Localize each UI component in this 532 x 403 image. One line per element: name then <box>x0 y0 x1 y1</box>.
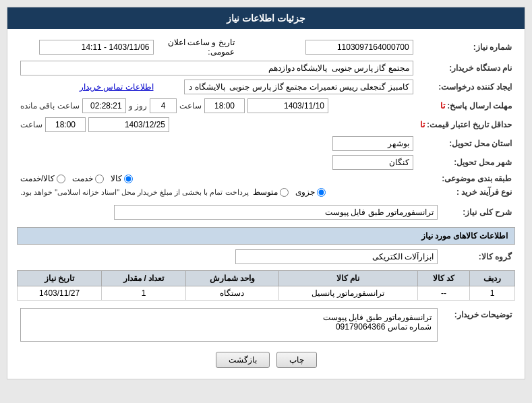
group-input[interactable] <box>235 249 438 264</box>
tabaqe-kala-radio[interactable] <box>124 175 133 183</box>
cell-count: 1 <box>102 286 186 301</box>
ostan-value <box>17 134 417 153</box>
group-label: گروه کالا: <box>441 247 515 266</box>
cell-unit: دستگاه <box>186 286 279 301</box>
ijad-konande-input[interactable] <box>184 80 413 94</box>
ostan-input[interactable] <box>332 136 413 151</box>
page-container: جزئیات اطلاعات نیاز شماره نیاز: تاریخ و … <box>7 7 525 379</box>
nam-dastgah-input[interactable] <box>20 61 413 75</box>
shomare-niaz-value <box>238 36 417 59</box>
shahr-label: شهر محل تحویل: <box>417 153 515 172</box>
desc-table: توضیحات خریدار: ترانسفورماتور طبق فایل پ… <box>17 306 515 344</box>
hadaqal-saat-label: ساعت <box>20 120 42 129</box>
tarikh-label: تاریخ و ساعت اعلان عمومی: <box>157 36 238 59</box>
cell-code: -- <box>417 286 470 301</box>
page-title: جزئیات اطلاعات نیاز <box>227 13 305 24</box>
noe-motovaset-option[interactable]: متوسط <box>253 187 289 197</box>
tabaqe-kalaKhadamat-radio[interactable] <box>57 175 65 183</box>
shahr-input[interactable] <box>332 155 413 170</box>
col-name: نام کالا <box>278 271 417 286</box>
tabaqe-label: طبقه بندی موضوعی: <box>417 172 515 185</box>
col-radif: ردیف <box>470 271 515 286</box>
col-code: کد کالا <box>417 271 470 286</box>
cell-date: 1403/11/27 <box>18 286 102 301</box>
cell-radif: 1 <box>470 286 515 301</box>
mohlat-date-input[interactable] <box>247 98 328 113</box>
shomare-niaz-input[interactable] <box>305 40 413 55</box>
hadaqal-row: ساعت <box>17 115 417 134</box>
hadaqal-date-input[interactable] <box>88 117 169 132</box>
hadaqal-label: حداقل تاریخ اعتبار قیمت: تا <box>417 115 515 134</box>
tarikh-input[interactable] <box>39 40 154 55</box>
ostan-label: استان محل تحویل: <box>417 134 515 153</box>
mohlat-time-input[interactable] <box>204 98 245 113</box>
desc-value: ترانسفورماتور طبق فایل پیوستشماره تماس 0… <box>17 306 441 344</box>
mohlat-rooz-input[interactable] <box>150 98 177 113</box>
shahr-value <box>17 153 417 172</box>
cell-name: ترانسفورماتور پانسیل <box>278 286 417 301</box>
tabaqe-radios: کالا/خدمت خدمت کالا <box>17 172 417 185</box>
top-info-table: شماره نیاز: تاریخ و ساعت اعلان عمومی: نا… <box>17 36 515 199</box>
table-row: 1--ترانسفورماتور پانسیلدستگاه11403/11/27 <box>18 286 515 301</box>
etelaat-link-cell: اطلاعات تماس خریدار <box>17 78 157 96</box>
sharh-table: شرح کلی نیاز: <box>17 203 515 222</box>
noe-jozvi-option[interactable]: جزوی <box>295 187 326 197</box>
mohlat-row: ساعت باقی مانده روز و ساعت <box>17 96 417 115</box>
tabaqe-kalaKhadamat-option[interactable]: کالا/خدمت <box>20 174 65 183</box>
content-area: شماره نیاز: تاریخ و ساعت اعلان عمومی: نا… <box>7 29 525 379</box>
nam-dastgah-value <box>17 59 417 78</box>
hadaqal-time-input[interactable] <box>45 117 86 132</box>
bazgasht-button[interactable]: بازگشت <box>216 352 270 368</box>
tabaqe-kala-option[interactable]: کالا <box>111 174 133 183</box>
buttons-row: چاپ بازگشت <box>17 352 515 368</box>
etelaat-link[interactable]: اطلاعات تماس خریدار <box>80 82 154 92</box>
sharh-value <box>17 203 441 222</box>
group-value <box>17 247 441 266</box>
col-date: تاریخ نیاز <box>18 271 102 286</box>
ijad-konande-label: ایجاد کننده درخواست: <box>417 78 515 96</box>
noe-desc: پرداخت تمام با بخشی از مبلغ خریدار محل "… <box>20 188 249 197</box>
nam-dastgah-label: نام دستگاه خریدار: <box>417 59 515 78</box>
tarikh-value <box>17 36 157 59</box>
noe-jozvi-radio[interactable] <box>317 188 326 197</box>
tabaqe-khadamat-option[interactable]: خدمت <box>72 174 104 183</box>
mohlat-saat-label: ساعت <box>179 101 202 111</box>
col-count: تعداد / مقدار <box>102 271 186 286</box>
chap-button[interactable]: چاپ <box>276 352 317 368</box>
page-header: جزئیات اطلاعات نیاز <box>7 7 525 29</box>
col-unit: واحد شمارش <box>186 271 279 286</box>
desc-box: ترانسفورماتور طبق فایل پیوستشماره تماس 0… <box>20 308 438 342</box>
mohlat-rooz-label: روز و <box>129 101 147 111</box>
desc-label: توضیحات خریدار: <box>441 306 515 344</box>
mohlat-remaining-input[interactable] <box>82 98 126 113</box>
ijad-konande-value <box>157 78 417 96</box>
info-section-header: اطلاعات کالاهای مورد نیاز <box>17 227 515 245</box>
shomare-niaz-label: شماره نیاز: <box>417 36 515 59</box>
mohlat-mande-label: ساعت باقی مانده <box>20 101 80 111</box>
mohlat-label: مهلت ارسال پاسخ: تا <box>417 96 515 115</box>
tabaqe-khadamat-radio[interactable] <box>95 175 104 183</box>
noe-label: نوع فرآیند خرید : <box>417 185 515 199</box>
noe-row: پرداخت تمام با بخشی از مبلغ خریدار محل "… <box>17 185 417 199</box>
group-table: گروه کالا: <box>17 247 515 266</box>
goods-table: ردیف کد کالا نام کالا واحد شمارش تعداد /… <box>17 270 515 301</box>
noe-motovaset-radio[interactable] <box>280 188 289 197</box>
sharh-label: شرح کلی نیاز: <box>441 203 515 222</box>
sharh-input[interactable] <box>114 205 438 220</box>
